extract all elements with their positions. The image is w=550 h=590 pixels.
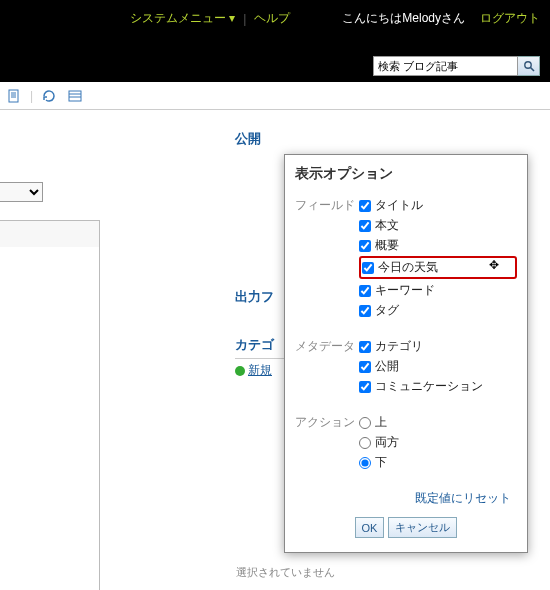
list-icon[interactable] — [65, 87, 85, 105]
search-input[interactable] — [373, 56, 518, 76]
checkbox-publish[interactable]: 公開 — [359, 358, 517, 375]
radio-both[interactable]: 両方 — [359, 434, 517, 451]
logout-link[interactable]: ログアウト — [480, 10, 540, 27]
svg-line-1 — [530, 68, 534, 72]
greeting-text: こんにちはMelodyさん — [342, 10, 465, 27]
help-link[interactable]: ヘルプ — [254, 10, 290, 27]
checkbox-todays-weather[interactable]: 今日の天気 — [359, 256, 517, 279]
action-group-label: アクション — [295, 414, 359, 431]
ok-button[interactable]: OK — [355, 517, 385, 538]
checkbox-category[interactable]: カテゴリ — [359, 338, 517, 355]
checkbox-summary[interactable]: 概要 — [359, 237, 517, 254]
search-button[interactable] — [518, 56, 540, 76]
search-icon — [523, 60, 535, 72]
separator: | — [243, 12, 246, 26]
system-menu-link[interactable]: システムメニュー ▾ — [130, 10, 235, 27]
metadata-group-label: メタデータ — [295, 338, 359, 355]
cancel-button[interactable]: キャンセル — [388, 517, 457, 538]
editor-toolbar: ≡ A ‹A› — [0, 220, 100, 248]
separator: | — [30, 89, 33, 103]
dialog-title: 表示オプション — [295, 165, 517, 183]
publish-heading: 公開 — [235, 130, 305, 148]
svg-point-0 — [524, 62, 530, 68]
top-bar: システムメニュー ▾ | ヘルプ こんにちはMelodyさん ログアウト — [0, 0, 550, 82]
field-group-label: フィールド — [295, 197, 359, 214]
checkbox-communication[interactable]: コミュニケーション — [359, 378, 517, 395]
display-options-dialog: 表示オプション フィールド タイトル 本文 概要 今日の天気 キーワード タグ … — [284, 154, 528, 553]
reset-defaults-link[interactable]: 既定値にリセット — [415, 491, 511, 505]
checkbox-body[interactable]: 本文 — [359, 217, 517, 234]
new-link[interactable]: 新規 — [235, 362, 272, 379]
checkbox-tag[interactable]: タグ — [359, 302, 517, 319]
format-select[interactable]: リッチテキスト — [0, 182, 43, 202]
chevron-down-icon: ▾ — [229, 11, 235, 25]
editor-body[interactable] — [0, 247, 100, 590]
radio-top[interactable]: 上 — [359, 414, 517, 431]
checkbox-title[interactable]: タイトル — [359, 197, 517, 214]
none-selected-text: 選択されていません — [236, 565, 335, 580]
radio-bottom[interactable]: 下 — [359, 454, 517, 471]
svg-rect-6 — [69, 91, 81, 101]
refresh-icon[interactable] — [39, 87, 59, 105]
secondary-toolbar: | — [0, 82, 550, 110]
svg-rect-2 — [9, 90, 18, 102]
document-icon[interactable] — [4, 87, 24, 105]
checkbox-keyword[interactable]: キーワード — [359, 282, 517, 299]
